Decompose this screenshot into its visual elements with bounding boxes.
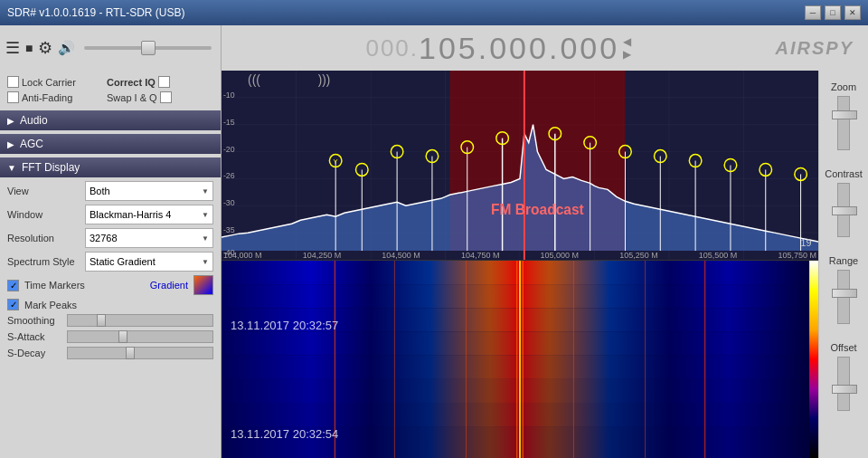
- range-label: Range: [829, 255, 858, 266]
- svg-text:(((: (((: [248, 73, 260, 87]
- view-label: View: [7, 186, 80, 196]
- s-decay-slider[interactable]: [67, 347, 213, 359]
- smoothing-label: Smoothing: [7, 315, 61, 326]
- lock-carrier-checkbox[interactable]: [7, 76, 19, 88]
- time-markers-label: Time Markers: [24, 280, 85, 291]
- resolution-row: Resolution 32768 ▼: [0, 226, 221, 250]
- waterfall-view[interactable]: 13.11.2017 20:32:57 13.11.2017 20:32:54: [222, 261, 818, 458]
- view-select[interactable]: Both ▼: [85, 181, 213, 201]
- fft-svg: Y (((: [222, 71, 818, 260]
- svg-text:13.11.2017 20:32:57: 13.11.2017 20:32:57: [231, 319, 338, 332]
- offset-slider[interactable]: [837, 357, 850, 411]
- left-toolbar: ☰ ■ ⚙ 🔊: [0, 25, 221, 71]
- svg-text:13.11.2017 20:32:54: 13.11.2017 20:32:54: [231, 427, 338, 441]
- freq-down-icon[interactable]: ▶: [623, 48, 631, 61]
- s-attack-row: S-Attack: [0, 329, 221, 345]
- fft-label: FFT Display: [22, 161, 80, 174]
- s-attack-label: S-Attack: [7, 331, 61, 342]
- offset-slider-thumb[interactable]: [832, 385, 857, 394]
- audio-label: Audio: [20, 114, 48, 127]
- window-controls: ─ □ ✕: [805, 5, 861, 20]
- time-markers-row: ✓ Time Markers Gradient: [0, 273, 221, 297]
- range-slider[interactable]: [837, 270, 850, 324]
- gradient-button[interactable]: [193, 275, 213, 295]
- offset-label: Offset: [830, 342, 856, 353]
- correct-iq-checkbox-group: Correct IQ: [99, 76, 170, 88]
- fft-view[interactable]: Y (((: [222, 71, 818, 261]
- x-label-3: 104,750 M: [461, 251, 500, 260]
- window-label: Window: [7, 209, 80, 220]
- x-label-7: 105,750 M: [778, 251, 816, 260]
- freq-up-icon[interactable]: ◀: [623, 35, 631, 48]
- svg-text:-35: -35: [223, 225, 235, 234]
- view-dropdown-arrow: ▼: [202, 187, 209, 196]
- svg-text:-10: -10: [223, 91, 235, 100]
- minimize-button[interactable]: ─: [805, 5, 821, 20]
- svg-rect-77: [809, 261, 818, 458]
- smoothing-row: Smoothing: [0, 312, 221, 329]
- contrast-label: Contrast: [825, 168, 863, 179]
- freq-display-group: 000. 105.000.000 ◀ ▶: [229, 31, 769, 66]
- zoom-slider[interactable]: [837, 96, 850, 150]
- volume-slider-thumb[interactable]: [141, 41, 156, 55]
- close-button[interactable]: ✕: [844, 5, 861, 20]
- swap-iq-checkbox-group: Swap I & Q: [99, 91, 172, 103]
- x-label-5: 105,250 M: [619, 251, 658, 260]
- window-value: Blackman-Harris 4: [90, 209, 171, 220]
- lock-carrier-label: Lock Carrier: [22, 77, 85, 88]
- svg-text:-20: -20: [223, 144, 235, 153]
- right-sliders-panel: Zoom Contrast Range Offset: [818, 71, 868, 458]
- correct-iq-label: Correct IQ: [107, 77, 156, 88]
- resolution-value: 32768: [90, 233, 118, 243]
- anti-fading-checkbox[interactable]: [7, 91, 19, 103]
- svg-text:-15: -15: [223, 118, 235, 127]
- spectrum-style-label: Spectrum Style: [7, 256, 80, 267]
- resolution-select[interactable]: 32768 ▼: [85, 228, 213, 248]
- svg-text:-30: -30: [223, 198, 235, 207]
- zoom-slider-thumb[interactable]: [832, 110, 857, 119]
- x-label-2: 104,500 M: [382, 251, 420, 260]
- volume-slider[interactable]: [84, 46, 212, 50]
- settings-icon[interactable]: ⚙: [38, 38, 52, 58]
- freq-main: 105.000.000: [419, 31, 619, 66]
- s-attack-slider[interactable]: [67, 330, 213, 343]
- correct-iq-checkbox[interactable]: [158, 76, 170, 88]
- mark-peaks-checkbox[interactable]: ✓: [7, 299, 19, 310]
- window-select[interactable]: Blackman-Harris 4 ▼: [85, 205, 213, 224]
- hamburger-icon[interactable]: ☰: [5, 38, 20, 58]
- fft-arrow-icon: ▼: [7, 163, 16, 173]
- anti-fading-checkbox-group: Anti-Fading: [7, 91, 85, 103]
- smoothing-slider-thumb[interactable]: [97, 314, 106, 327]
- agc-section-header[interactable]: ▶ AGC: [0, 134, 221, 154]
- smoothing-slider[interactable]: [67, 314, 213, 327]
- range-slider-thumb[interactable]: [832, 289, 857, 298]
- s-attack-slider-thumb[interactable]: [118, 330, 127, 343]
- lock-carrier-checkbox-group: Lock Carrier: [7, 76, 85, 88]
- anti-fading-label: Anti-Fading: [22, 92, 85, 103]
- contrast-slider[interactable]: [837, 183, 850, 237]
- mark-peaks-row: ✓ Mark Peaks: [0, 297, 221, 312]
- maximize-button[interactable]: □: [825, 5, 841, 20]
- svg-text:FM Broadcast: FM Broadcast: [491, 202, 584, 217]
- swap-iq-checkbox[interactable]: [160, 91, 172, 103]
- main-layout: ☰ ■ ⚙ 🔊 Lock Carrier Correct IQ: [0, 25, 868, 458]
- resolution-dropdown-arrow: ▼: [202, 234, 209, 243]
- waterfall-svg: 13.11.2017 20:32:57 13.11.2017 20:32:54: [222, 261, 818, 458]
- window-row: Window Blackman-Harris 4 ▼: [0, 203, 221, 226]
- stop-icon[interactable]: ■: [25, 41, 33, 55]
- spectrum-style-row: Spectrum Style Static Gradient ▼: [0, 250, 221, 273]
- svg-text:-26: -26: [223, 171, 235, 180]
- volume-icon[interactable]: 🔊: [58, 40, 75, 56]
- freq-increment-arrows: ◀ ▶: [623, 35, 631, 61]
- audio-section-header[interactable]: ▶ Audio: [0, 110, 221, 130]
- x-label-0: 104,000 M: [223, 251, 262, 260]
- gradient-label: Gradient: [150, 280, 188, 291]
- view-value: Both: [90, 186, 110, 196]
- spectrum-style-select[interactable]: Static Gradient ▼: [85, 252, 213, 272]
- s-decay-slider-thumb[interactable]: [126, 347, 135, 359]
- fft-section-header[interactable]: ▼ FFT Display: [0, 157, 221, 177]
- contrast-slider-thumb[interactable]: [832, 206, 857, 215]
- time-markers-checkbox[interactable]: ✓: [7, 280, 19, 291]
- spectrum-main: Y (((: [222, 71, 818, 458]
- mark-peaks-label: Mark Peaks: [24, 300, 77, 310]
